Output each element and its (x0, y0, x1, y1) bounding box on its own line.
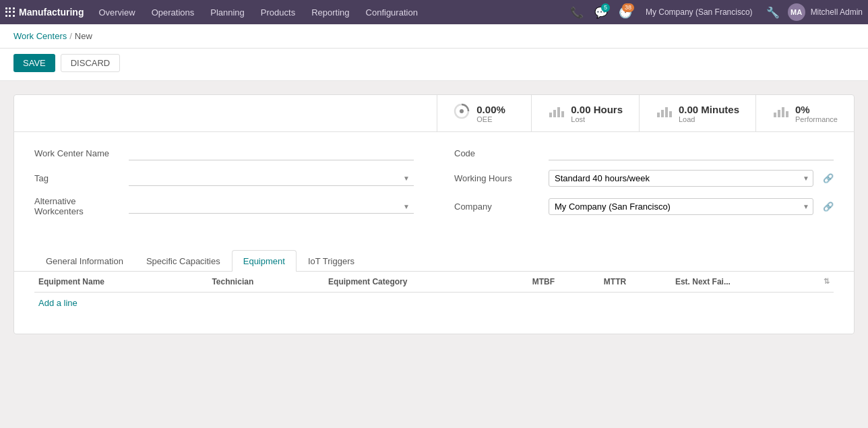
activity-icon-btn[interactable]: 🕐 38 (616, 3, 635, 22)
perf-info: 0% Performance (795, 104, 838, 123)
add-line-button[interactable]: Add a line (34, 293, 82, 313)
svg-rect-3 (557, 107, 560, 117)
working-hours-select[interactable]: Standard 40 hours/week (549, 170, 813, 187)
chat-badge: 5 (601, 3, 610, 12)
form-row-alt-company: Alternative Workcenters ▼ Company My Com… (34, 196, 834, 216)
code-input[interactable] (549, 146, 834, 160)
app-name: Manufacturing (19, 7, 84, 18)
settings-icon-btn[interactable]: 🔧 (764, 3, 782, 22)
col-equipment-category: Equipment Category (324, 272, 528, 293)
breadcrumb-current: New (75, 31, 92, 41)
form-col-working-hours: Working Hours Standard 40 hours/week ▼ 🔗 (454, 170, 834, 187)
perf-chart-icon (772, 104, 788, 122)
breadcrumb-bar: Work Centers / New (0, 24, 868, 49)
form-col-name: Work Center Name (34, 146, 414, 160)
column-sort-icon[interactable]: ⇅ (824, 277, 830, 286)
lost-info: 0.00 Hours Lost (571, 104, 623, 123)
tag-label: Tag (34, 173, 122, 183)
lost-label: Lost (571, 115, 623, 123)
stat-load: 0.00 Minutes Load (639, 95, 755, 131)
form-col-company: Company My Company (San Francisco) ▼ 🔗 (454, 196, 834, 216)
svg-rect-5 (657, 113, 660, 117)
svg-rect-12 (786, 111, 788, 117)
main-content: 0.00% OEE 0.00 Hours Lost (0, 81, 868, 348)
company-display: My Company (San Francisco) (640, 7, 758, 17)
svg-rect-2 (553, 110, 556, 117)
discard-button[interactable]: DISCARD (61, 54, 121, 72)
tab-equipment[interactable]: Equipment (232, 250, 297, 272)
form-row-name-code: Work Center Name Code (34, 146, 834, 160)
nav-products[interactable]: Products (254, 0, 302, 24)
svg-rect-7 (665, 107, 668, 117)
nav-planning[interactable]: Planning (204, 0, 251, 24)
company-label: Company (454, 202, 542, 212)
company-external-link-icon[interactable]: 🔗 (823, 202, 834, 212)
nav-reporting[interactable]: Reporting (305, 0, 356, 24)
phone-icon-btn[interactable]: 📞 (567, 3, 586, 22)
nav-configuration[interactable]: Configuration (359, 0, 425, 24)
equipment-table-area: Equipment Name Technician Equipment Cate… (14, 272, 854, 334)
user-avatar: MA (788, 3, 805, 21)
equipment-table: Equipment Name Technician Equipment Cate… (34, 272, 834, 293)
breadcrumb-parent[interactable]: Work Centers (13, 31, 67, 41)
user-name: Mitchell Admin (811, 7, 863, 17)
svg-rect-10 (778, 110, 780, 117)
wrench-icon: 🔧 (766, 6, 780, 19)
nav-overview[interactable]: Overview (92, 0, 142, 24)
table-header-row: Equipment Name Technician Equipment Cate… (34, 272, 834, 293)
col-est-next-fail: Est. Next Fai... ⇅ (671, 272, 834, 293)
perf-label: Performance (795, 115, 838, 123)
tab-general-information[interactable]: General Information (34, 250, 135, 272)
col-mttr: MTTR (600, 272, 671, 293)
work-center-name-input[interactable] (129, 146, 414, 160)
stat-lost: 0.00 Hours Lost (531, 95, 639, 131)
svg-rect-6 (661, 110, 664, 117)
tab-specific-capacities[interactable]: Specific Capacities (135, 250, 232, 272)
load-chart-icon (656, 104, 672, 122)
col-technician: Technician (208, 272, 324, 293)
load-value: 0.00 Minutes (679, 104, 739, 115)
action-bar: SAVE DISCARD (0, 49, 868, 81)
oee-value: 0.00% (476, 104, 505, 115)
form-card: 0.00% OEE 0.00 Hours Lost (13, 94, 855, 334)
app-brand[interactable]: Manufacturing (5, 7, 84, 18)
phone-icon: 📞 (570, 6, 584, 19)
nav-operations[interactable]: Operations (145, 0, 202, 24)
form-body: Work Center Name Code Tag ▼ (14, 132, 854, 239)
stat-perf: 0% Performance (755, 95, 854, 131)
svg-rect-8 (669, 111, 672, 117)
working-hours-external-link-icon[interactable]: 🔗 (823, 173, 834, 183)
company-select-wrapper: My Company (San Francisco) ▼ (549, 198, 813, 215)
tag-select-wrapper: ▼ (129, 171, 414, 186)
oee-label: OEE (476, 115, 505, 123)
form-row-tag-hours: Tag ▼ Working Hours Standard 40 hours/we… (34, 170, 834, 187)
svg-rect-4 (561, 111, 564, 117)
svg-rect-1 (549, 113, 552, 117)
activity-badge: 38 (622, 3, 634, 12)
col-mtbf: MTBF (528, 272, 600, 293)
chat-icon-btn[interactable]: 💬 5 (592, 3, 611, 22)
code-label: Code (454, 148, 542, 158)
company-select[interactable]: My Company (San Francisco) (549, 198, 813, 215)
alternative-select[interactable] (129, 199, 414, 214)
apps-grid-icon (5, 7, 15, 17)
navbar: Manufacturing Overview Operations Planni… (0, 0, 868, 24)
form-col-tag: Tag ▼ (34, 170, 414, 187)
table-header: Equipment Name Technician Equipment Cate… (34, 272, 834, 293)
svg-point-0 (460, 109, 464, 113)
oee-chart-icon (454, 103, 470, 123)
tag-select[interactable] (129, 171, 414, 186)
stat-oee: 0.00% OEE (437, 95, 531, 131)
load-info: 0.00 Minutes Load (679, 104, 739, 123)
alternative-label: Alternative Workcenters (34, 196, 122, 216)
working-hours-label: Working Hours (454, 173, 542, 183)
tab-iot-triggers[interactable]: IoT Triggers (297, 250, 366, 272)
alternative-select-wrapper: ▼ (129, 199, 414, 214)
save-button[interactable]: SAVE (13, 54, 55, 72)
lost-value: 0.00 Hours (571, 104, 623, 115)
working-hours-select-wrapper: Standard 40 hours/week ▼ (549, 170, 813, 187)
tab-bar: General Information Specific Capacities … (14, 250, 854, 272)
lost-chart-icon (548, 104, 564, 122)
work-center-name-label: Work Center Name (34, 148, 122, 158)
stats-row: 0.00% OEE 0.00 Hours Lost (14, 95, 854, 132)
